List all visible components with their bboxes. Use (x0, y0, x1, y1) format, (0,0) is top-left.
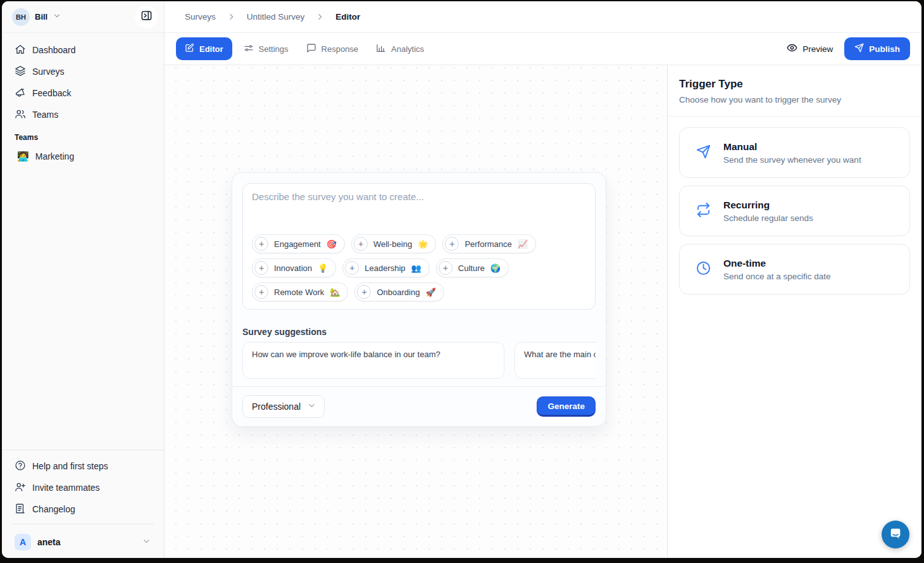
trigger-title: One-time (723, 258, 831, 269)
chip-remote-work[interactable]: + Remote Work 🏡 (252, 282, 348, 301)
trigger-option-text: Manual Send the survey whenever you want (723, 141, 861, 165)
sidebar-item-help[interactable]: Help and first steps (9, 455, 156, 477)
eye-icon (787, 42, 797, 55)
tab-label: Response (322, 44, 359, 54)
trigger-option-text: Recurring Schedule regular sends (723, 199, 813, 223)
sidebar-item-invite[interactable]: Invite teammates (9, 477, 156, 498)
sidebar-item-label: Invite teammates (32, 483, 100, 493)
footer-divider (12, 524, 154, 524)
breadcrumb-surveys[interactable]: Surveys (185, 12, 216, 22)
tab-label: Analytics (391, 44, 424, 54)
prompt-footer: Professional Generate (232, 386, 606, 426)
generate-button[interactable]: Generate (537, 396, 596, 417)
workspace: + Engagement 🎯 + Well-being 🌟 + (165, 65, 921, 558)
tab-label: Editor (199, 44, 223, 54)
panel-subtitle: Choose how you want to trigger the surve… (679, 95, 910, 104)
breadcrumb-survey-name[interactable]: Untitled Survey (247, 12, 305, 22)
trigger-description: Send the survey whenever you want (723, 155, 861, 165)
chip-leadership[interactable]: + Leadership 👥 (342, 258, 430, 277)
chip-label: Onboarding (377, 288, 420, 297)
sidebar-item-team-marketing[interactable]: 🧑‍💻 Marketing (9, 146, 156, 167)
app-window: BH Bill Dashboard (2, 1, 921, 558)
dart-emoji-icon: 🎯 (327, 239, 337, 249)
chip-performance[interactable]: + Performance 📈 (442, 234, 536, 253)
topic-chips: + Engagement 🎯 + Well-being 🌟 + (252, 234, 586, 301)
sidebar-item-label: Dashboard (32, 45, 76, 55)
teams-section-label: Teams (9, 125, 156, 146)
chevron-right-icon (227, 13, 235, 21)
plus-icon: + (357, 285, 371, 299)
edit-pencil-icon (185, 43, 194, 54)
survey-canvas[interactable]: + Engagement 🎯 + Well-being 🌟 + (165, 65, 667, 558)
chip-well-being[interactable]: + Well-being 🌟 (351, 234, 436, 253)
preview-label: Preview (802, 44, 833, 54)
tone-value: Professional (252, 402, 301, 412)
layers-icon (15, 65, 26, 79)
sidebar: BH Bill Dashboard (2, 1, 165, 558)
tone-select[interactable]: Professional (242, 395, 325, 418)
tab-settings[interactable]: Settings (237, 38, 295, 60)
suggestions-row: How can we improve work-life balance in … (242, 342, 596, 379)
chevron-down-icon (53, 11, 61, 23)
bulb-emoji-icon: 💡 (318, 263, 328, 273)
bar-chart-icon (376, 43, 386, 55)
users-icon (15, 108, 26, 122)
technologist-emoji-icon: 🧑‍💻 (17, 151, 29, 162)
sidebar-header: BH Bill (2, 1, 164, 33)
editor-tabs: Editor Settings Response (176, 37, 430, 60)
trigger-description: Send once at a specific date (723, 272, 831, 281)
help-circle-icon (15, 460, 26, 473)
sidebar-item-dashboard[interactable]: Dashboard (9, 39, 156, 61)
suggestions-title: Survey suggestions (242, 327, 596, 337)
account-menu[interactable]: A aneta (9, 528, 156, 558)
sidebar-item-surveys[interactable]: Surveys (9, 61, 156, 82)
trigger-option-one-time[interactable]: One-time Send once at a specific date (679, 244, 910, 294)
chip-label: Leadership (365, 263, 405, 273)
survey-suggestions-section: Survey suggestions How can we improve wo… (232, 320, 606, 386)
survey-description-input[interactable] (252, 191, 586, 234)
chip-culture[interactable]: + Culture 🌍 (436, 258, 509, 277)
chat-launcher-button[interactable] (882, 521, 909, 548)
panel-header: Trigger Type Choose how you want to trig… (668, 65, 921, 117)
main-column: Surveys Untitled Survey Editor Editor (165, 1, 921, 558)
sidebar-item-feedback[interactable]: Feedback (9, 82, 156, 104)
account-name: aneta (37, 537, 135, 547)
chip-label: Well-being (373, 239, 412, 249)
panel-right-icon (140, 9, 153, 24)
home-icon (15, 44, 26, 57)
tab-editor[interactable]: Editor (176, 37, 232, 60)
publish-button[interactable]: Publish (844, 37, 910, 60)
clock-icon (696, 261, 711, 278)
breadcrumb-editor: Editor (335, 12, 360, 22)
plus-icon: + (345, 261, 359, 275)
sidebar-footer: Help and first steps Invite teammates Ch… (2, 450, 164, 558)
trigger-title: Manual (723, 141, 861, 153)
house-emoji-icon: 🏡 (330, 288, 340, 297)
plus-icon: + (354, 237, 368, 251)
chip-innovation[interactable]: + Innovation 💡 (252, 258, 336, 277)
chip-onboarding[interactable]: + Onboarding 🚀 (354, 282, 444, 301)
suggestion-card[interactable]: How can we improve work-life balance in … (242, 342, 504, 379)
panel-title: Trigger Type (679, 78, 910, 91)
chat-bubble-icon (889, 526, 902, 543)
tab-label: Settings (259, 44, 289, 54)
sidebar-item-teams[interactable]: Teams (9, 104, 156, 125)
trigger-option-recurring[interactable]: Recurring Schedule regular sends (679, 186, 910, 236)
trigger-options: Manual Send the survey whenever you want… (668, 117, 921, 305)
sidebar-item-changelog[interactable]: Changelog (9, 498, 156, 520)
sidebar-item-label: Help and first steps (32, 461, 108, 471)
tab-analytics[interactable]: Analytics (370, 38, 430, 60)
prompt-input-card: + Engagement 🎯 + Well-being 🌟 + (242, 183, 596, 310)
preview-button[interactable]: Preview (787, 42, 833, 55)
workspace-switcher[interactable]: BH Bill (12, 8, 61, 26)
trigger-option-manual[interactable]: Manual Send the survey whenever you want (679, 127, 910, 178)
sidebar-item-label: Feedback (32, 88, 71, 98)
suggestion-card[interactable]: What are the main ob (515, 342, 596, 379)
tab-response[interactable]: Response (300, 38, 365, 60)
sidebar-collapse-button[interactable] (135, 6, 158, 28)
account-avatar: A (15, 534, 31, 550)
chip-engagement[interactable]: + Engagement 🎯 (252, 234, 345, 253)
ai-prompt-card: + Engagement 🎯 + Well-being 🌟 + (232, 172, 606, 427)
user-plus-icon (15, 481, 26, 495)
chip-label: Innovation (274, 263, 312, 273)
